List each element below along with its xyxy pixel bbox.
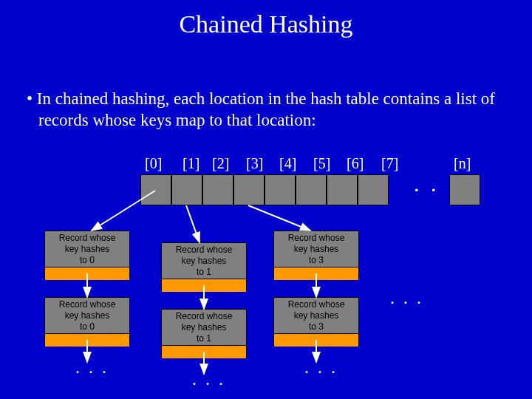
record-label: Record whose — [162, 245, 246, 256]
bullet-text: • In chained hashing, each location in t… — [27, 89, 502, 132]
record-label: key hashes — [45, 310, 129, 321]
index-6: [6] — [347, 155, 364, 172]
svg-line-2 — [248, 205, 310, 231]
array-cell-1 — [171, 174, 202, 205]
record-label: Record whose — [274, 233, 358, 244]
array-cell-6 — [327, 174, 358, 205]
record-label: key hashes — [274, 310, 358, 321]
record-label: to 3 — [274, 255, 358, 266]
record-label: key hashes — [274, 244, 358, 255]
record-1-0: Record whose key hashes to 1 — [161, 242, 247, 291]
record-3-1: Record whose key hashes to 3 — [273, 297, 359, 346]
record-label: Record whose — [274, 299, 358, 310]
slide-title: Chained Hashing — [0, 0, 532, 38]
record-label: to 1 — [162, 333, 246, 344]
record-label: Record whose — [162, 311, 246, 322]
chain-1-ellipsis: . . . — [192, 369, 225, 389]
record-label: to 0 — [45, 321, 129, 332]
index-5: [5] — [313, 155, 330, 172]
record-label: to 1 — [162, 267, 246, 278]
record-label: key hashes — [162, 256, 246, 267]
record-label: Record whose — [45, 299, 129, 310]
record-pointer — [162, 345, 246, 358]
index-1: [1] — [183, 155, 200, 172]
record-pointer — [274, 333, 358, 347]
record-label: Record whose — [45, 233, 129, 244]
record-label: key hashes — [45, 244, 129, 255]
record-label: key hashes — [162, 322, 246, 333]
record-pointer — [45, 267, 129, 280]
index-2: [2] — [212, 155, 229, 172]
array-cell-3 — [233, 174, 265, 205]
record-1-1: Record whose key hashes to 1 — [161, 309, 247, 358]
svg-line-1 — [186, 205, 200, 242]
record-pointer — [162, 279, 246, 292]
record-3-0: Record whose key hashes to 3 — [273, 231, 359, 279]
record-pointer — [45, 333, 129, 347]
array-cell-0 — [140, 174, 171, 205]
chains-ellipsis: . . . — [390, 288, 423, 308]
record-label: to 3 — [274, 321, 358, 332]
array-cell-2 — [202, 174, 233, 205]
index-4: [4] — [279, 155, 296, 172]
array-cell-n — [449, 174, 480, 205]
record-label: to 0 — [45, 255, 129, 266]
array-cell-5 — [296, 174, 327, 205]
index-7: [7] — [381, 155, 398, 172]
array-cell-4 — [265, 174, 296, 205]
array-cell-7 — [358, 174, 389, 205]
index-3: [3] — [246, 155, 263, 172]
chain-3-ellipsis: . . . — [304, 358, 338, 378]
record-0-0: Record whose key hashes to 0 — [44, 231, 130, 279]
record-pointer — [274, 267, 358, 280]
record-0-1: Record whose key hashes to 0 — [44, 297, 130, 346]
index-n: [n] — [454, 155, 471, 172]
index-0: [0] — [145, 155, 162, 172]
chain-0-ellipsis: . . . — [75, 358, 109, 378]
